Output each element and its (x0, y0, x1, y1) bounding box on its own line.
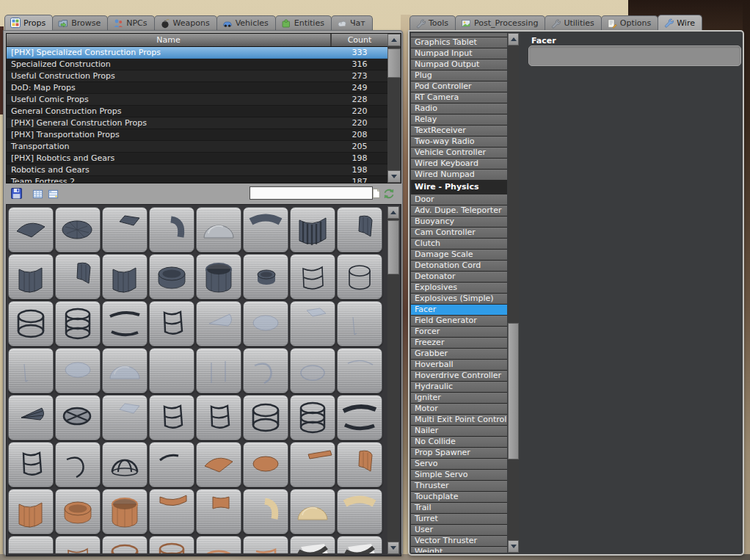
tool-list-item[interactable]: No Collide (411, 437, 507, 447)
table-row[interactable]: Useful Comic Props228 (7, 94, 387, 106)
prop-thumbnail[interactable] (55, 442, 101, 487)
prop-thumbnail[interactable] (102, 442, 148, 487)
prop-thumbnail[interactable] (337, 301, 382, 346)
prop-thumbnail[interactable] (290, 536, 335, 553)
scroll-thumb[interactable] (387, 220, 399, 274)
tool-list-item[interactable]: Vector Thruster (411, 536, 507, 546)
prop-thumbnail[interactable] (196, 348, 241, 393)
scroll-thumb[interactable] (508, 323, 519, 459)
tool-list-item[interactable]: Detonator (411, 272, 507, 282)
tool-list-item[interactable]: Motor (411, 404, 507, 414)
table-row[interactable]: [PHX] Robotics and Gears198 (7, 153, 387, 164)
tab-npcs[interactable]: NPCs (107, 15, 154, 30)
tool-list-item[interactable]: Two-way Radio (411, 137, 507, 147)
tool-list-item[interactable]: Clutch (411, 239, 507, 249)
prop-thumbnail[interactable] (55, 489, 101, 534)
prop-thumbnail[interactable] (196, 301, 241, 346)
scroll-track[interactable] (387, 219, 399, 542)
prop-thumbnail[interactable] (290, 254, 335, 299)
tool-list-item[interactable]: User (411, 525, 507, 535)
scroll-up-button[interactable] (387, 206, 399, 219)
tool-list-item[interactable]: Trail (411, 503, 507, 513)
prop-thumbnail[interactable] (8, 254, 54, 299)
tool-list-item[interactable]: Nailer (411, 426, 507, 436)
prop-thumbnail[interactable] (102, 254, 148, 299)
prop-thumbnail[interactable] (149, 536, 194, 553)
prop-thumbnail[interactable] (196, 442, 241, 487)
tool-list-item[interactable]: Igniter (411, 393, 507, 403)
tool-list-item[interactable]: Servo (411, 459, 507, 469)
prop-thumbnail[interactable] (8, 489, 54, 534)
prop-thumbnail[interactable] (102, 536, 148, 553)
prop-thumbnail[interactable] (290, 395, 335, 440)
tab-utilities[interactable]: Utilities (545, 15, 601, 30)
tab-props[interactable]: Props (4, 15, 53, 30)
table-row[interactable]: Specialized Construction316 (7, 59, 387, 70)
prop-thumbnail[interactable] (290, 489, 335, 534)
table-row[interactable]: Team Fortress 2187 (7, 176, 387, 183)
prop-thumbnail[interactable] (337, 207, 382, 252)
save-icon[interactable] (10, 187, 23, 200)
prop-thumbnail[interactable] (243, 301, 288, 346)
prop-thumbnail[interactable] (8, 395, 54, 440)
prop-thumbnail[interactable] (8, 442, 54, 487)
prop-thumbnail[interactable] (55, 348, 101, 393)
tool-list-item[interactable]: Hydraulic (411, 382, 507, 392)
column-header-count[interactable]: Count (332, 34, 387, 46)
prop-thumbnail[interactable] (149, 489, 194, 534)
prop-thumbnail[interactable] (290, 442, 335, 487)
scroll-down-button[interactable] (508, 540, 519, 553)
prop-thumbnail[interactable] (8, 301, 54, 346)
tool-list-item[interactable]: Wired Numpad (411, 170, 507, 180)
prop-thumbnail[interactable] (149, 442, 194, 487)
prop-thumbnail[interactable] (55, 207, 101, 252)
table-row[interactable]: [PHX] Transportation Props208 (7, 129, 387, 141)
prop-thumbnail[interactable] (8, 207, 54, 252)
prop-thumbnail[interactable] (243, 254, 288, 299)
prop-thumbnail[interactable] (337, 442, 382, 487)
table-row[interactable]: [PHX] General Construction Props220 (7, 117, 387, 129)
tool-list-item[interactable]: Turret (411, 514, 507, 524)
scroll-up-button[interactable] (508, 33, 519, 46)
tab-options[interactable]: Options (601, 15, 658, 30)
prop-thumbnail[interactable] (290, 301, 335, 346)
scroll-track[interactable] (508, 46, 519, 540)
tool-list-item[interactable]: Touchplate (411, 492, 507, 502)
tab-entities[interactable]: Entities (275, 15, 332, 30)
tool-list-item[interactable]: Explosives (411, 283, 507, 293)
table-row[interactable]: Useful Construction Props273 (7, 70, 387, 82)
prop-thumbnail[interactable] (55, 395, 101, 440)
scroll-track[interactable] (387, 46, 401, 170)
prop-thumbnail[interactable] (55, 254, 101, 299)
tool-list-item[interactable]: Field Generator (411, 316, 507, 326)
table-row[interactable]: General Construction Props220 (7, 106, 387, 117)
prop-thumbnail[interactable] (196, 207, 241, 252)
tool-list-item[interactable]: Facer (411, 305, 507, 315)
table-row[interactable]: Robotics and Gears198 (7, 164, 387, 176)
tool-list-item[interactable]: Pod Controller (411, 81, 507, 92)
tab-wire[interactable]: Wire (658, 15, 702, 30)
tool-list-item[interactable]: Detonation Cord (411, 261, 507, 271)
prop-thumbnail[interactable] (55, 536, 101, 553)
prop-thumbnail[interactable] (149, 301, 194, 346)
tool-list-item[interactable]: Freezer (411, 338, 507, 348)
scroll-thumb[interactable] (387, 48, 401, 78)
tool-list-item[interactable]: Grabber (411, 349, 507, 359)
prop-thumbnail[interactable] (290, 207, 335, 252)
prop-thumbnail[interactable] (243, 207, 288, 252)
detail-view-icon[interactable] (48, 189, 61, 202)
prop-thumbnail[interactable] (243, 489, 288, 534)
prop-thumbnail[interactable] (337, 395, 382, 440)
prop-thumbnail[interactable] (243, 348, 288, 393)
tab-чат[interactable]: Чат (331, 15, 373, 30)
scroll-down-button[interactable] (387, 170, 401, 183)
prop-thumbnail[interactable] (102, 207, 148, 252)
tool-list-item[interactable]: Vehicle Controller (411, 148, 507, 158)
prop-thumbnail[interactable] (196, 395, 241, 440)
tool-list-item[interactable]: TextReceiver (411, 126, 507, 136)
prop-thumbnail[interactable] (8, 536, 54, 553)
tool-list-item[interactable]: Buoyancy (411, 217, 507, 227)
prop-thumbnail[interactable] (337, 536, 382, 553)
prop-thumbnail[interactable] (196, 536, 241, 553)
prop-thumbnail[interactable] (243, 442, 288, 487)
